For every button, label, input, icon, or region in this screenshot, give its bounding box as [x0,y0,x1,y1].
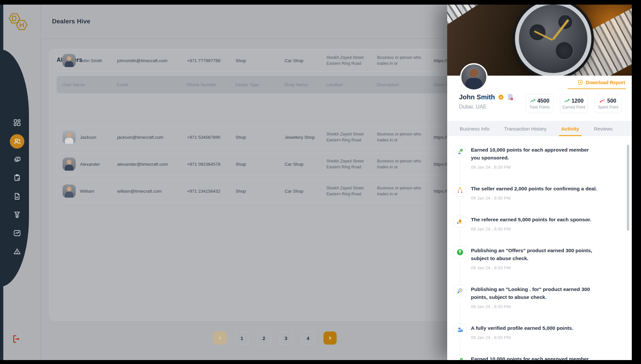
page-button-4[interactable]: 4 [301,331,315,345]
activity-feed[interactable]: Earned 10,000 points for each approved m… [447,136,632,360]
sidebar-item-users[interactable] [10,134,24,149]
profile-verified-icon [454,324,466,336]
user-avatar [63,54,76,67]
location: Sheikh Zayed Street Eastern Ring Road [326,131,372,143]
sidebar-item-analytics[interactable] [13,229,21,237]
profile-name: John Smith [459,93,495,101]
sidebar-item-tasks[interactable] [13,174,21,182]
activity-text: Publishing an "Looking . for" product ea… [471,285,599,301]
sidebar-item-reports[interactable] [13,192,21,200]
description: Business or person who trades in or [377,55,423,66]
activity-time: 09 Jan 24 , 6:50 PM [471,335,573,340]
clipboard-check-icon [13,174,21,182]
activity-text: The seller earned 2,000 points for confi… [471,185,597,193]
shop-name: Car Shop [285,58,326,63]
chevron-left-icon [218,336,222,340]
location: Sheikh Zayed Street Eastern Ring Road [326,158,372,170]
activity-item: Earned 10,000 points for each approved m… [454,145,626,184]
shop-name: Car Shop [285,189,326,194]
user-phone: +971 234156432 [187,189,236,194]
tab-activity[interactable]: Activity [561,121,579,136]
user-name: William [80,189,94,194]
column-header: Location [326,82,377,87]
user-phone: +971 534567890 [187,135,236,140]
tab-transaction-history[interactable]: Transaction History [504,121,547,136]
chevron-right-icon [328,336,332,340]
activity-text: Publishing an "Offers" product earned 30… [471,247,599,262]
activity-time: 09 Jan 24 , 6:50 PM [471,304,599,309]
report-document-icon [13,192,21,200]
next-page-button[interactable] [323,331,337,345]
download-report-link[interactable]: Download Report [568,80,626,89]
page-button-2[interactable]: 2 [257,331,270,345]
activity-time: 09 Jan 24 , 6:50 PM [471,165,599,170]
activity-time: 09 Jan 24 , 6:50 PM [471,196,597,201]
tab-reviews[interactable]: Reviews [594,121,613,136]
activity-item: Publishing an "Offers" product earned 30… [454,246,626,285]
user-avatar [63,158,76,171]
member-approved-icon [454,145,466,158]
pagination: 1 2 3 4 [213,331,337,345]
location: Sheikh Zayed Street Eastern Ring Road [326,185,372,197]
sidebar [0,5,41,360]
referee-bonus-icon: $ [454,215,466,228]
drawer-tabs: Business Info Transaction History Activi… [447,121,632,136]
spent-points-card: 500 Spent Point [594,94,622,113]
logout-icon [11,334,21,344]
user-detail-drawer: Download Report John Smith Dubai, UAE 45… [447,5,632,360]
page-button-3[interactable]: 3 [279,331,293,345]
line-chart-icon [13,229,21,237]
sidebar-item-alerts[interactable] [13,248,21,255]
user-name: Jackson [80,135,96,140]
user-avatar [63,131,76,144]
sidebar-item-dashboard[interactable] [13,119,21,127]
warning-triangle-icon [13,248,21,255]
shop-name: Car Shop [285,162,326,167]
dashboard-grid-icon [13,119,21,127]
users-icon [13,137,21,146]
user-email: johnsmith@timecraft.com [117,58,187,63]
deal-confirmed-icon [454,184,466,197]
column-header: Email [117,82,187,87]
sidebar-item-rewards[interactable] [13,211,21,219]
column-header: Shop Name [284,82,326,87]
dealer-type: Shop [236,135,285,140]
total-points-card: 4500 Total Points [526,94,553,113]
activity-time: 09 Jan 24 , 6:50 PM [471,265,599,270]
previous-page-button[interactable] [213,331,226,345]
trend-up-icon [530,99,536,103]
user-email: william@timecraft.com [117,189,187,194]
description: Business or person who trades in or [377,185,423,197]
points-stats: 4500 Total Points 1200 Earned Point 500 … [526,94,622,113]
activity-text: The referee earned 5,000 points for each… [471,216,591,224]
activity-item: Publishing an "Looking . for" product ea… [454,285,626,324]
sidebar-item-messages[interactable] [13,156,21,163]
activity-item: A fully verified profile earned 5,000 po… [454,324,626,354]
user-email: jackson@timecraft.com [117,135,187,140]
drawer-scrollbar[interactable] [627,145,629,231]
trend-up-icon [564,99,570,103]
column-header: Dealer Type [235,82,284,87]
profile-avatar [460,63,488,91]
user-name: John Smith [80,58,102,63]
column-header: User Name [62,82,117,87]
user-email: alexander@timecraft.com [117,162,187,167]
tab-business-info[interactable]: Business Info [460,121,489,136]
dealer-type: Shop [236,189,285,194]
dealer-type: Shop [236,58,285,63]
description: Business or person who trades in or [377,131,423,143]
activity-text: Earned 10,000 points for each approved m… [471,355,599,360]
activity-item: The seller earned 2,000 points for confi… [454,184,626,215]
activity-text: A fully verified profile earned 5,000 po… [471,324,573,332]
logout-button[interactable] [11,334,21,344]
chat-icon [13,156,21,163]
shop-name: Jewellery Shop [285,135,326,140]
verified-badge-icon [498,94,504,100]
dealer-type: Shop [236,162,285,167]
looking-for-icon [454,285,466,297]
dealers-hive-logo[interactable] [4,12,32,36]
page-button-1[interactable]: 1 [235,331,248,345]
user-phone: +971 777997799 [187,58,236,63]
column-header: Phone Number [187,82,235,87]
user-avatar [63,184,76,198]
